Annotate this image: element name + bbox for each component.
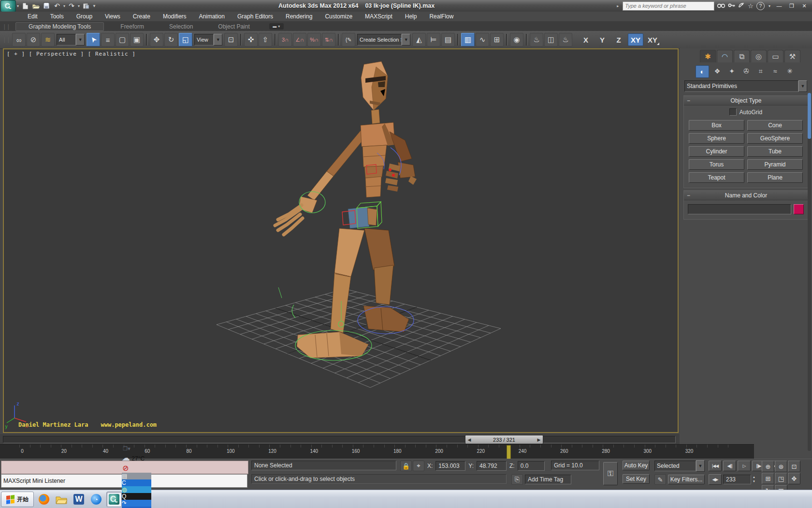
menu-item-views[interactable]: Views [99, 12, 127, 21]
menu-item-tools[interactable]: Tools [44, 12, 70, 21]
dropdown-arrow-icon[interactable]: ▼ [402, 34, 410, 45]
object-name-input[interactable] [688, 204, 791, 214]
reference-coordinate-system-dropdown[interactable]: View▼ [194, 34, 222, 45]
dropdown-arrow-icon[interactable]: ▼ [696, 460, 705, 472]
edit-named-selection-sets-icon[interactable]: {✎ [342, 33, 355, 46]
ribbon-grip[interactable]: ❘❘ [2, 23, 10, 30]
app-menu-arrow-icon[interactable]: ▾ [17, 4, 19, 8]
key-mode-toggle-icon[interactable]: ◀▶ [709, 474, 722, 485]
tray-drive-icon[interactable]: ▤ [122, 473, 151, 479]
snap-toggle-3d-icon[interactable]: 3∩ [278, 33, 292, 46]
rectangular-selection-region-icon[interactable]: ▢ [116, 33, 129, 46]
word-taskbar-icon[interactable]: W [72, 492, 86, 507]
x-coordinate-field[interactable]: 153.003 [435, 461, 465, 471]
search-binoculars-icon[interactable] [717, 2, 725, 10]
folder-taskbar-icon[interactable] [54, 492, 69, 507]
display-tab[interactable]: ▭ [768, 50, 783, 62]
axis-constraint-xy-button[interactable]: XY [628, 33, 643, 46]
firefox-taskbar-icon[interactable] [37, 492, 51, 507]
zoom-all-icon[interactable]: ⊛ [775, 461, 787, 472]
name-color-rollout-header[interactable]: − Name and Color [684, 191, 808, 200]
lights-subtab[interactable]: ✦ [725, 65, 738, 77]
zoom-icon[interactable]: ⊕ [762, 461, 774, 472]
menu-item-rendering[interactable]: Rendering [279, 12, 319, 21]
3ds-max-taskbar-icon[interactable]: Ꮹ [106, 492, 122, 507]
select-object-icon[interactable]: ➤ [87, 33, 100, 46]
ribbon-tab-graphite-modeling-tools[interactable]: Graphite Modeling Tools [15, 22, 104, 31]
create-plane-button[interactable]: Plane [747, 172, 803, 183]
infocenter-arrow-icon[interactable]: ▸ [617, 4, 619, 8]
ribbon-minimize-button[interactable]: ▬▾ [269, 23, 284, 30]
hierarchy-tab[interactable]: ⧉ [734, 50, 750, 62]
primitive-category-dropdown[interactable]: Standard Primitives ▼ [684, 81, 807, 91]
panel-scrollbar-thumb[interactable] [808, 93, 811, 139]
axis-constraint-z-button[interactable]: Z [611, 34, 626, 45]
axis-constraint-x-button[interactable]: X [579, 34, 593, 45]
dropdown-arrow-icon[interactable]: ▼ [76, 34, 85, 45]
set-keys-button[interactable]: ⚿ [603, 462, 618, 485]
absolute-mode-icon[interactable]: ⌖ [413, 461, 424, 471]
menu-item-modifiers[interactable]: Modifiers [157, 12, 193, 21]
zoom-region-icon[interactable]: ◳ [775, 473, 787, 484]
render-setup-icon[interactable]: ♨ [530, 33, 543, 46]
track-bar-ruler[interactable]: 0204060801001201401601802002202402602803… [0, 444, 754, 459]
shapes-subtab[interactable]: ❖ [711, 65, 724, 77]
tray-ccb-icon[interactable]: C [122, 479, 151, 486]
playhead-marker[interactable] [507, 445, 511, 459]
menu-item-group[interactable]: Group [70, 12, 99, 21]
modify-tab[interactable]: ◠ [717, 50, 733, 62]
align-icon[interactable]: ⊨ [427, 33, 440, 46]
y-coordinate-field[interactable]: 48.792 [477, 461, 507, 471]
select-and-link-icon[interactable]: ∞ [12, 33, 26, 46]
geometry-subtab[interactable]: ◐ [696, 65, 709, 78]
redo-icon[interactable]: ↷ [66, 1, 77, 11]
create-geosphere-button[interactable]: GeoSphere [747, 133, 803, 144]
perspective-viewport[interactable]: [ + ] [ Perspective ] [ Realistic ] [3, 48, 679, 433]
layer-manager-icon[interactable]: ▤ [441, 33, 455, 46]
select-and-move-icon[interactable]: ✥ [150, 33, 163, 46]
menu-item-create[interactable]: Create [127, 12, 157, 21]
z-coordinate-field[interactable]: 0.0 [518, 461, 545, 471]
subscription-key-icon[interactable] [728, 2, 735, 10]
utilities-tab[interactable]: ⚒ [784, 50, 800, 62]
menu-item-animation[interactable]: Animation [193, 12, 231, 21]
bind-to-space-warp-icon[interactable]: ≋ [41, 33, 55, 46]
dropdown-arrow-icon[interactable]: ▼ [798, 80, 807, 92]
unlink-selection-icon[interactable]: ⊘ [27, 33, 40, 46]
search-input[interactable]: Type a keyword or phrase [623, 1, 714, 11]
create-sphere-button[interactable]: Sphere [689, 133, 744, 144]
viewport-label[interactable]: [ + ] [ Perspective ] [ Realistic ] [7, 51, 136, 57]
create-tab[interactable]: ✱ [700, 50, 716, 62]
key-filters-button[interactable]: Key Filters... [668, 475, 705, 484]
frame-spinner[interactable]: ▲▼ [753, 475, 755, 484]
graphite-modeling-tools-toggle-icon[interactable]: ▥ [461, 33, 475, 46]
select-and-rotate-icon[interactable]: ↻ [164, 33, 178, 46]
key-mode-dropdown[interactable]: Selected ▼ [654, 461, 705, 471]
toolbar-grip[interactable]: ❘❘ [2, 36, 10, 43]
menu-item-graph-editors[interactable]: Graph Editors [231, 12, 279, 21]
default-tangent-pencil-icon[interactable]: ✎ [654, 474, 666, 485]
project-folder-icon[interactable] [81, 1, 91, 11]
go-to-start-icon[interactable]: |◀◀ [709, 461, 722, 471]
time-slider[interactable]: ◀ 233 / 321 ▶ [0, 434, 680, 444]
curve-editor-icon[interactable]: ∿ [476, 33, 489, 46]
window-crossing-toggle-icon[interactable]: ▣ [130, 33, 144, 46]
render-production-icon[interactable]: ♨ [559, 33, 572, 46]
named-selection-set-dropdown[interactable]: Create Selection Set▼ [357, 34, 410, 45]
help-icon[interactable]: ? [756, 2, 765, 10]
select-by-name-icon[interactable]: ≡ [101, 33, 115, 46]
new-scene-icon[interactable] [20, 1, 30, 11]
previous-frame-icon[interactable]: ◀||| [723, 461, 736, 471]
systems-subtab[interactable]: ✳ [783, 65, 796, 77]
mirror-icon[interactable]: ◭ [412, 33, 426, 46]
help-dropdown-icon[interactable]: ▾ [768, 4, 770, 8]
zoom-extents-icon[interactable]: ⊡ [788, 461, 800, 472]
menu-item-customize[interactable]: Customize [319, 12, 359, 21]
angle-snap-toggle-icon[interactable]: ∠∩ [293, 33, 306, 46]
tray-shield-icon[interactable]: ✓ [122, 507, 151, 508]
ribbon-tab-freeform[interactable]: Freeform [108, 23, 157, 30]
tray-globe-icon[interactable]: ◍ [122, 486, 151, 493]
close-button[interactable]: ✕ [799, 2, 809, 10]
redo-dropdown-icon[interactable]: ▾ [78, 4, 80, 8]
browser-taskbar-icon[interactable]: ◔ [89, 492, 103, 507]
